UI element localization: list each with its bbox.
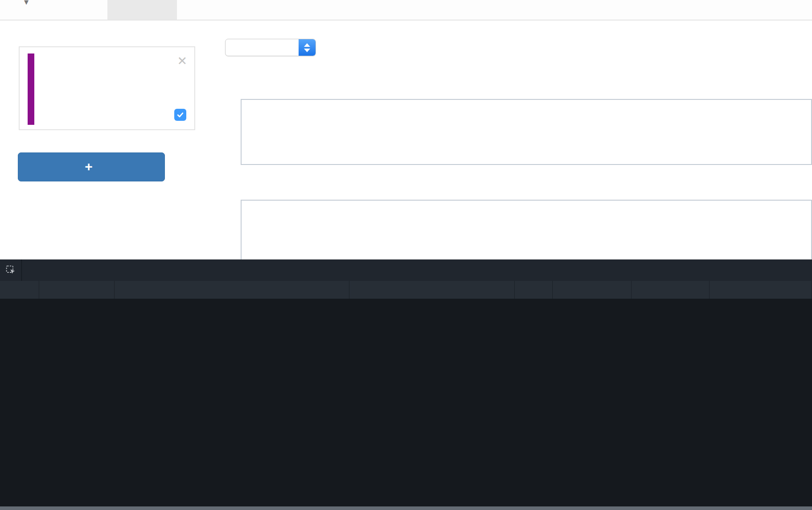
tab-perfherder[interactable]: ▾: [21, 0, 29, 20]
series-color-bar: [28, 53, 34, 125]
series-checkbox[interactable]: [174, 109, 186, 121]
devtools-panel: [0, 259, 812, 510]
bottom-bar: [0, 506, 812, 510]
time-range-select[interactable]: [225, 39, 316, 56]
add-test-data-button[interactable]: +: [18, 152, 165, 181]
col-domain[interactable]: [349, 281, 515, 299]
col-status[interactable]: [0, 281, 39, 299]
tab-graphs[interactable]: [107, 0, 177, 20]
app-tab-bar: ▾: [0, 0, 812, 21]
close-icon[interactable]: ✕: [177, 55, 187, 67]
col-type[interactable]: [515, 281, 553, 299]
select-stepper-icon: [299, 39, 316, 56]
scatter-chart-svg: [242, 201, 811, 259]
perfherder-page: ▾ ✕ +: [0, 0, 812, 259]
test-series-card: ✕: [19, 46, 195, 130]
plus-icon: +: [85, 159, 93, 174]
col-transferred[interactable]: [553, 281, 632, 299]
col-file[interactable]: [115, 281, 349, 299]
caret-down-icon: ▾: [24, 0, 29, 7]
col-size[interactable]: [632, 281, 709, 299]
check-icon: [176, 111, 184, 119]
col-timeline[interactable]: [709, 281, 812, 299]
line-chart-svg: [242, 100, 811, 164]
network-empty-area: [0, 299, 812, 350]
zoomed-scatter-chart[interactable]: [241, 200, 812, 259]
node-picker-icon[interactable]: [0, 259, 22, 281]
overview-line-chart[interactable]: [241, 99, 812, 165]
screen: ▾ ✕ +: [0, 0, 812, 510]
network-table-header: [0, 281, 812, 299]
devtools-toolbar: [0, 259, 812, 281]
col-method[interactable]: [39, 281, 115, 299]
